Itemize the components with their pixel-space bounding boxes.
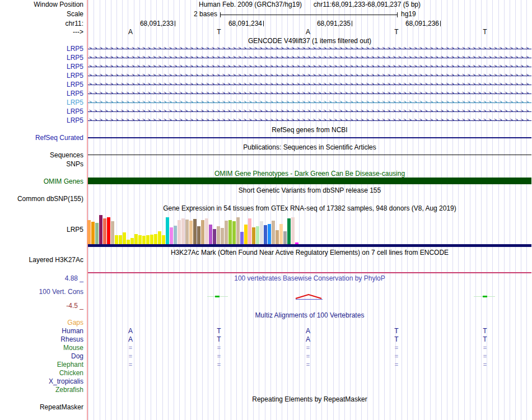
multiz-species-label[interactable]: Human — [0, 327, 83, 335]
gencode-transcript-row[interactable]: >>>>>>>>>>>>>>>>>>>>>>>>>>>>>>>>>>>>>>>>… — [88, 46, 531, 52]
gencode-transcript-label[interactable]: LRP5 — [0, 54, 83, 62]
multiz-species-label[interactable]: Chicken — [0, 369, 83, 377]
multiz-alignment-cell: T — [479, 327, 491, 335]
multiz-alignment-cell: A — [302, 327, 314, 335]
gencode-transcript-label[interactable]: LRP5 — [0, 45, 83, 53]
gtex-bar — [287, 218, 291, 244]
gencode-transcript-label[interactable]: LRP5 — [0, 63, 83, 71]
gtex-bar — [209, 225, 212, 244]
scale-bar-left-tick — [220, 12, 221, 17]
window-position-label: Window Position — [0, 1, 83, 8]
gtex-bar — [283, 231, 287, 244]
phylop-label[interactable]: 100 Vert. Cons — [0, 288, 83, 296]
multiz-species-label[interactable]: Mouse — [0, 344, 83, 352]
gencode-transcript-row[interactable]: >>>>>>>>>>>>>>>>>>>>>>>>>>>>>>>>>>>>>>>>… — [88, 64, 531, 69]
gtex-bar — [232, 221, 236, 244]
gencode-transcript-row[interactable]: >>>>>>>>>>>>>>>>>>>>>>>>>>>>>>>>>>>>>>>>… — [88, 55, 531, 60]
gtex-bar — [99, 215, 102, 244]
chrom-label: chr11: — [0, 20, 83, 27]
scale-label: Scale — [0, 10, 83, 18]
gtex-bar — [189, 221, 193, 244]
gtex-bar — [248, 218, 251, 244]
gencode-transcript-row[interactable]: >>>>>>>>>>>>>>>>>>>>>>>>>>>>>>>>>>>>>>>>… — [88, 73, 531, 78]
gtex-bar — [205, 218, 208, 244]
h3k27ac-title: H3K27Ac Mark (Often Found Near Active Re… — [88, 249, 531, 256]
multiz-alignment-cell: = — [302, 361, 314, 368]
multiz-species-label[interactable]: Zebrafish — [0, 386, 83, 394]
transcript-strand-arrows: >>>>>>>>>>>>>>>>>>>>>>>>>>>>>>>>>>>>>>>>… — [89, 64, 531, 69]
gtex-bar — [103, 218, 106, 244]
omim-title: OMIM Gene Phenotypes - Dark Green Can Be… — [88, 170, 531, 178]
multiz-alignment-cell: = — [213, 344, 225, 352]
dbsnp-title: Short Genetic Variants from dbSNP releas… — [88, 186, 531, 194]
multiz-species-label[interactable]: X_tropicalis — [0, 377, 83, 385]
sequences-label[interactable]: Sequences — [0, 151, 83, 159]
gtex-bar — [244, 225, 248, 244]
coordinate-value: 68,091,233 — [118, 20, 174, 27]
h3k27ac-label[interactable]: Layered H3K27Ac — [0, 256, 83, 264]
multiz-alignment-cell: = — [390, 344, 403, 352]
refseq-curated-item[interactable] — [88, 137, 531, 138]
multiz-species-label[interactable]: Gaps — [0, 319, 83, 326]
multiz-alignment-cell: A — [124, 335, 137, 343]
gtex-bar — [91, 222, 95, 244]
gtex-bar — [111, 221, 114, 244]
gtex-bar — [119, 235, 122, 244]
snps-label[interactable]: SNPs — [0, 160, 83, 168]
phylop-positive-mark — [483, 296, 487, 297]
coordinate-tick — [263, 21, 264, 26]
h3k27ac-baseline — [88, 272, 531, 273]
gencode-transcript-label[interactable]: LRP5 — [0, 90, 83, 97]
gencode-transcript-row[interactable]: >>>>>>>>>>>>>>>>>>>>>>>>>>>>>>>>>>>>>>>>… — [88, 100, 531, 105]
repeatmasker-label[interactable]: RepeatMasker — [0, 403, 83, 411]
gencode-transcript-row[interactable]: >>>>>>>>>>>>>>>>>>>>>>>>>>>>>>>>>>>>>>>>… — [88, 109, 531, 114]
gtex-bar — [130, 238, 134, 244]
gencode-transcript-label[interactable]: LRP5 — [0, 81, 83, 88]
strand-label: ---> — [0, 28, 83, 36]
omim-gene-bar[interactable] — [88, 178, 531, 184]
ruler-base: T — [390, 28, 403, 36]
multiz-alignment-cell: = — [479, 352, 491, 360]
ruler-base: T — [213, 28, 225, 36]
gencode-transcript-row[interactable]: >>>>>>>>>>>>>>>>>>>>>>>>>>>>>>>>>>>>>>>>… — [88, 118, 531, 123]
gtex-bar — [181, 218, 185, 244]
scale-bar-right-tick — [397, 12, 398, 17]
gtex-bar — [260, 221, 263, 244]
transcript-strand-arrows: >>>>>>>>>>>>>>>>>>>>>>>>>>>>>>>>>>>>>>>>… — [89, 118, 531, 123]
gencode-transcript-label[interactable]: LRP5 — [0, 99, 83, 106]
multiz-species-label[interactable]: Rhesus — [0, 335, 83, 343]
gtex-bar — [138, 235, 142, 244]
gtex-gene-label[interactable]: LRP5 — [0, 226, 83, 234]
transcript-strand-arrows: >>>>>>>>>>>>>>>>>>>>>>>>>>>>>>>>>>>>>>>>… — [89, 46, 531, 52]
gtex-bar — [158, 231, 161, 244]
gencode-title: GENCODE V49lift37 (1 items filtered out) — [88, 37, 531, 45]
multiz-alignment-cell: = — [479, 361, 491, 368]
sequences-item[interactable] — [88, 155, 531, 155]
transcript-strand-arrows: >>>>>>>>>>>>>>>>>>>>>>>>>>>>>>>>>>>>>>>>… — [89, 109, 531, 114]
multiz-species-label[interactable]: Dog — [0, 352, 83, 360]
gtex-gene-model-bar[interactable] — [88, 244, 531, 247]
refseq-curated-label[interactable]: RefSeq Curated — [0, 134, 83, 142]
phylop-min-value: -4.5 _ — [0, 302, 83, 310]
gtex-bar — [174, 226, 177, 244]
gtex-bar — [127, 240, 130, 244]
gencode-transcript-label[interactable]: LRP5 — [0, 108, 83, 115]
phylop-title: 100 vertebrates Basewise Conservation by… — [88, 274, 531, 282]
gencode-transcript-label[interactable]: LRP5 — [0, 72, 83, 80]
omim-genes-label[interactable]: OMIM Genes — [0, 178, 83, 185]
multiz-alignment-cell: T — [479, 335, 491, 343]
gtex-bar — [123, 232, 126, 244]
refseq-title: RefSeq genes from NCBI — [88, 126, 531, 134]
gencode-transcript-row[interactable]: >>>>>>>>>>>>>>>>>>>>>>>>>>>>>>>>>>>>>>>>… — [88, 82, 531, 87]
gtex-bar — [225, 221, 228, 244]
dbsnp-label[interactable]: Common dbSNP(155) — [0, 195, 83, 203]
gtex-bar — [95, 223, 99, 244]
multiz-species-label[interactable]: Elephant — [0, 361, 83, 368]
multiz-alignment-cell: = — [124, 352, 137, 360]
position-text: chr11:68,091,233-68,091,237 (5 bp) — [314, 1, 421, 8]
multiz-alignment-cell: T — [213, 327, 225, 335]
gencode-transcript-row[interactable]: >>>>>>>>>>>>>>>>>>>>>>>>>>>>>>>>>>>>>>>>… — [88, 91, 531, 96]
multiz-alignment-cell: A — [302, 335, 314, 343]
gencode-transcript-label[interactable]: LRP5 — [0, 116, 83, 124]
scale-value: 2 bases — [161, 10, 217, 18]
